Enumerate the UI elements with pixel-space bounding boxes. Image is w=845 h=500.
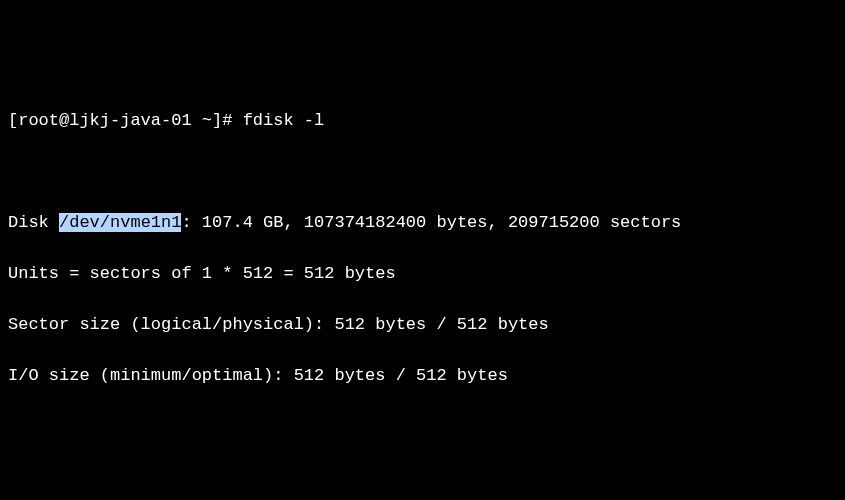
command-text: fdisk -l <box>243 111 325 130</box>
shell-prompt: [root@ljkj-java-01 ~]# <box>8 111 243 130</box>
disk1-sector: Sector size (logical/physical): 512 byte… <box>8 312 837 338</box>
blank-line <box>8 414 837 440</box>
disk1-post: : 107.4 GB, 107374182400 bytes, 20971520… <box>181 213 681 232</box>
disk1-device-highlight[interactable]: /dev/nvme1n1 <box>59 213 181 232</box>
disk1-pre: Disk <box>8 213 59 232</box>
disk1-io: I/O size (minimum/optimal): 512 bytes / … <box>8 363 837 389</box>
disk1-units: Units = sectors of 1 * 512 = 512 bytes <box>8 261 837 287</box>
disk1-header: Disk /dev/nvme1n1: 107.4 GB, 10737418240… <box>8 210 837 236</box>
prompt-line: [root@ljkj-java-01 ~]# fdisk -l <box>8 108 837 134</box>
blank-line <box>8 159 837 185</box>
blank-line <box>8 465 837 491</box>
